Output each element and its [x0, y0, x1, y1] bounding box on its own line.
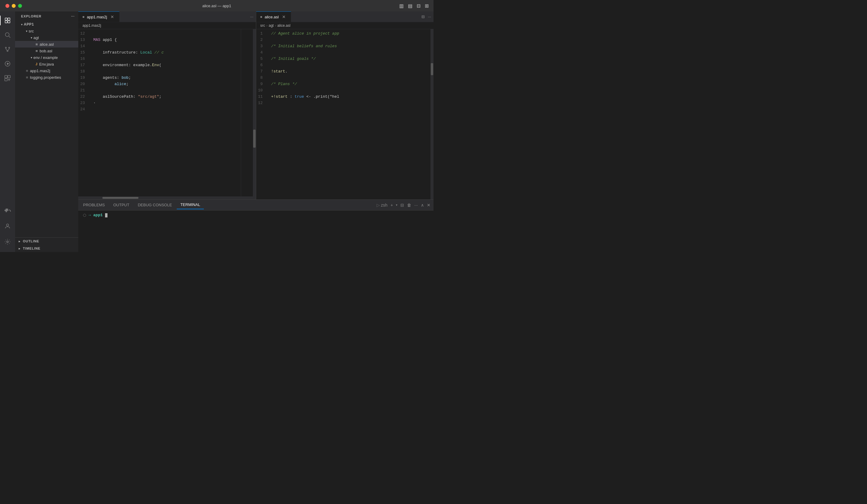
right-split-icon[interactable]: ⊟: [421, 14, 425, 19]
tree-bob-label: bob.asl: [40, 49, 52, 53]
left-hscrollbar-thumb[interactable]: [103, 197, 138, 199]
tree-root[interactable]: ▾ APP1: [15, 21, 78, 28]
tab-problems[interactable]: PROBLEMS: [79, 201, 108, 209]
svg-marker-10: [7, 63, 9, 65]
svg-rect-15: [6, 210, 7, 211]
svg-rect-12: [8, 76, 10, 78]
tree-env-java[interactable]: J Env.java: [15, 61, 78, 67]
tree-alice-asl[interactable]: ≡ alice.asl: [15, 41, 78, 47]
tab-terminal[interactable]: TERMINAL: [177, 200, 204, 209]
terminal-shell-name: zsh: [381, 203, 387, 208]
code-line-18: [93, 68, 241, 75]
activity-settings[interactable]: [0, 234, 15, 249]
terminal-trash-icon[interactable]: 🗑: [407, 203, 411, 208]
title-bar-icons: ▥ ▤ ⊟ ⊞: [399, 3, 429, 9]
terminal-panel: PROBLEMS OUTPUT DEBUG CONSOLE TERMINAL ▷…: [78, 199, 434, 252]
right-code-content: // Agent alice in project app /* Initial…: [270, 30, 431, 198]
terminal-more-icon[interactable]: ···: [414, 203, 418, 208]
sidebar: EXPLORER ··· ▾ APP1 ▾ src ▾ agt: [15, 11, 78, 252]
terminal-close-icon[interactable]: ✕: [427, 203, 430, 208]
terminal-tabs: PROBLEMS OUTPUT DEBUG CONSOLE TERMINAL ▷…: [78, 200, 434, 210]
activity-account[interactable]: [0, 219, 15, 233]
terminal-body[interactable]: → app1: [78, 210, 434, 252]
right-vscrollbar[interactable]: [430, 29, 434, 199]
right-vscrollbar-thumb[interactable]: [431, 63, 433, 75]
close-button[interactable]: [6, 4, 9, 8]
activity-run[interactable]: [0, 56, 15, 71]
rcode-line-3: /* Initial beliefs and rules: [271, 43, 431, 49]
tree-agt-label: agt: [33, 35, 39, 40]
tab-close-mas2j[interactable]: ✕: [109, 14, 115, 20]
sidebar-toggle-icon[interactable]: ▥: [399, 3, 404, 9]
arrow-timeline: ▸: [19, 247, 21, 250]
svg-rect-19: [6, 211, 7, 212]
left-code-editor[interactable]: 12 13 14 15 16 17 18 19 20 21 22: [78, 29, 241, 196]
file-icon-bob: ≡: [35, 49, 38, 53]
activity-source-control[interactable]: [0, 42, 15, 56]
breadcrumb-sep-1: ›: [266, 23, 268, 28]
tree-env-java-label: Env.java: [39, 62, 54, 66]
minimize-button[interactable]: [12, 4, 16, 8]
breadcrumb-sep-2: ›: [275, 23, 276, 28]
left-vscrollbar[interactable]: [253, 29, 256, 196]
left-vscrollbar-thumb[interactable]: [253, 130, 256, 147]
activity-bottom: [0, 203, 15, 252]
svg-point-4: [6, 33, 9, 37]
outline-section[interactable]: ▸ OUTLINE: [15, 238, 78, 245]
rcode-line-11: +!start : true <- .print("hel: [271, 94, 431, 100]
left-hscrollbar[interactable]: [78, 196, 256, 199]
editor-pane-right: ≡ alice.asl ✕ ⊟ ··· src › agt › alice: [256, 11, 434, 199]
activity-explorer[interactable]: [0, 13, 15, 28]
tab-debug-label: DEBUG CONSOLE: [138, 203, 172, 207]
svg-rect-2: [5, 21, 7, 23]
tab-debug-console[interactable]: DEBUG CONSOLE: [134, 201, 175, 209]
svg-point-6: [6, 47, 7, 48]
right-code-lines: 1 2 3 4 5 6 7 8 9 10 11: [256, 30, 431, 198]
terminal-dropdown-icon[interactable]: ▾: [396, 203, 397, 207]
maximize-button[interactable]: [18, 4, 22, 8]
editor-pane-left: ≡ app1.mas2j ✕ ··· app1.mas2j: [78, 11, 256, 199]
right-breadcrumb-file: alice.asl: [277, 23, 290, 28]
tree-logging-props[interactable]: ≡ logging.properties: [15, 74, 78, 80]
tree-agt[interactable]: ▾ agt: [15, 34, 78, 41]
left-breadcrumb: app1.mas2j: [78, 22, 256, 29]
timeline-label: TIMELINE: [23, 246, 40, 250]
timeline-section[interactable]: ▸ TIMELINE: [15, 245, 78, 252]
file-icon-logging: ≡: [26, 75, 28, 80]
activity-search[interactable]: [0, 28, 15, 42]
editor-layout-icon[interactable]: ▤: [408, 3, 413, 9]
tab-app1-mas2j[interactable]: ≡ app1.mas2j ✕: [78, 11, 119, 22]
tree-bob-asl[interactable]: ≡ bob.asl: [15, 47, 78, 54]
rcode-line-7: !start .: [271, 68, 431, 75]
tree-src[interactable]: ▾ src: [15, 28, 78, 34]
more-icon[interactable]: ⊞: [425, 3, 429, 9]
right-more-icon[interactable]: ···: [428, 14, 431, 19]
svg-rect-18: [6, 209, 7, 210]
arrow-env: ▾: [31, 56, 32, 59]
tree-app1-mas2j[interactable]: ≡ app1.mas2j: [15, 67, 78, 74]
rcode-line-2: [271, 37, 431, 43]
tab-alice-asl[interactable]: ≡ alice.asl ✕: [256, 11, 291, 22]
right-code-editor[interactable]: 1 2 3 4 5 6 7 8 9 10 11: [256, 29, 431, 199]
left-more-icon[interactable]: ···: [250, 14, 254, 19]
tab-icon-alice: ≡: [260, 15, 262, 19]
new-file-icon[interactable]: ···: [71, 14, 75, 18]
code-line-17: environment: example. Env (: [93, 62, 241, 68]
tab-close-alice[interactable]: ✕: [281, 14, 287, 20]
rcode-line-5: /* Initial goals */: [271, 56, 431, 62]
code-line-24: [93, 106, 241, 112]
explorer-title: EXPLORER: [21, 14, 42, 18]
code-line-15: infrastructure: Local // c: [93, 49, 241, 56]
tree-env[interactable]: ▾ env / example: [15, 54, 78, 61]
terminal-split-icon[interactable]: ⊟: [400, 203, 404, 208]
split-editor-icon[interactable]: ⊟: [417, 3, 420, 9]
tab-output[interactable]: OUTPUT: [109, 201, 133, 209]
activity-docker[interactable]: [0, 203, 15, 218]
code-line-12: [93, 30, 241, 37]
outline-label: OUTLINE: [23, 239, 39, 243]
tab-terminal-label: TERMINAL: [180, 202, 200, 207]
terminal-add-icon[interactable]: +: [390, 203, 393, 208]
title-bar: alice.asl — app1 ▥ ▤ ⊟ ⊞: [0, 0, 434, 11]
activity-extensions[interactable]: [0, 71, 15, 85]
terminal-up-icon[interactable]: ∧: [421, 203, 424, 208]
